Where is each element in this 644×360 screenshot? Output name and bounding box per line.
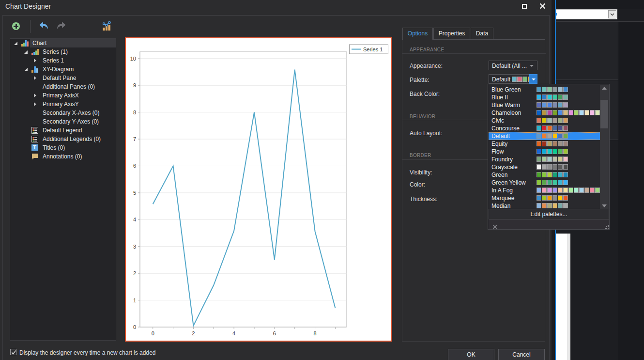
svg-text:10: 10 bbox=[130, 56, 136, 62]
svg-text:0: 0 bbox=[152, 330, 154, 336]
svg-text:4: 4 bbox=[133, 217, 136, 222]
svg-text:9: 9 bbox=[133, 82, 136, 88]
svg-text:1: 1 bbox=[133, 297, 136, 303]
svg-text:0: 0 bbox=[133, 324, 136, 330]
svg-text:6: 6 bbox=[133, 163, 136, 169]
svg-text:8: 8 bbox=[314, 330, 317, 336]
svg-text:Series 1: Series 1 bbox=[363, 47, 383, 52]
svg-text:2: 2 bbox=[133, 270, 136, 276]
svg-text:4: 4 bbox=[232, 330, 235, 336]
svg-text:3: 3 bbox=[133, 244, 136, 250]
svg-text:2: 2 bbox=[192, 330, 195, 336]
svg-text:5: 5 bbox=[133, 190, 136, 196]
svg-text:6: 6 bbox=[273, 330, 276, 336]
svg-text:8: 8 bbox=[133, 110, 136, 115]
svg-text:7: 7 bbox=[133, 136, 136, 142]
